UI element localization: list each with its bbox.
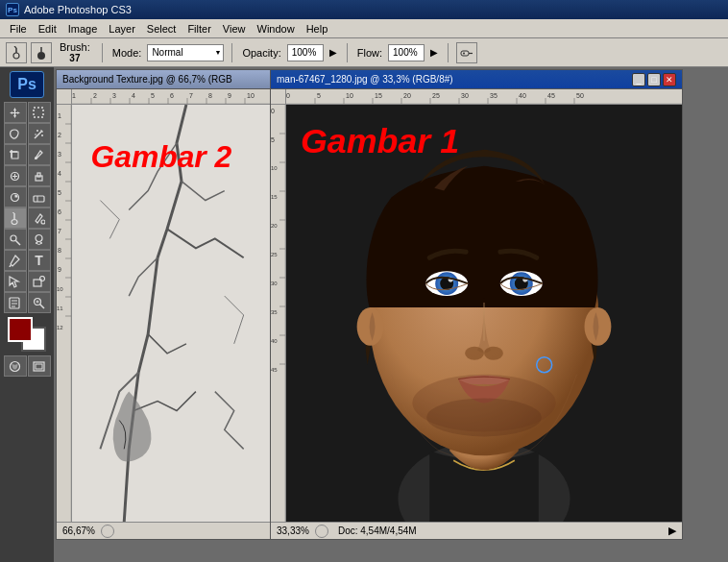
svg-rect-25 [34,196,44,202]
svg-text:30: 30 [461,92,469,99]
ruler-v-2: 0 5 10 15 20 25 30 35 40 [271,105,286,522]
status-arrow-portrait[interactable]: ▶ [668,525,676,537]
svg-text:5: 5 [271,136,275,143]
tool-row-5 [4,186,51,208]
flow-arrow[interactable]: ▶ [430,47,438,58]
shape-tool[interactable] [28,271,51,292]
svg-text:0: 0 [286,92,290,99]
move-tool[interactable] [4,102,27,123]
pen-tool[interactable] [4,250,27,271]
direct-select-tool[interactable] [4,271,27,292]
svg-text:Gambar 1: Gambar 1 [301,122,459,160]
menu-select[interactable]: Select [141,21,182,37]
magic-wand[interactable] [28,123,51,144]
svg-rect-17 [12,152,18,159]
paint-bucket-tool[interactable] [28,208,51,229]
svg-text:40: 40 [519,92,526,99]
menu-help[interactable]: Help [301,21,334,37]
airbrush-btn[interactable] [456,42,477,63]
brush-tool[interactable] [4,208,27,229]
dodge-tool[interactable] [4,229,27,250]
main-area: Ps [0,67,728,562]
screen-mode-btn[interactable] [28,355,51,377]
menu-edit[interactable]: Edit [33,21,62,37]
doc-content-portrait: Gambar 1 [286,105,682,522]
zoom-tool[interactable] [28,292,51,313]
svg-text:1: 1 [72,92,76,99]
svg-text:0: 0 [271,108,275,114]
flow-label: Flow: [357,47,382,59]
eraser-tool[interactable] [28,186,51,208]
mode-dropdown[interactable]: Normal [147,44,224,61]
doc-titlebar-portrait[interactable]: man-67467_1280.jpg @ 33,3% (RGB/8#) _ □ … [271,70,682,89]
svg-point-14 [35,134,36,135]
history-tool[interactable] [4,186,27,208]
sep2 [231,43,232,62]
blur-tool[interactable] [28,229,51,250]
menu-file[interactable]: File [4,21,33,37]
opacity-arrow[interactable]: ▶ [329,47,337,58]
sep3 [347,43,348,62]
doc-title-texture: Background Texture.jpg @ 66,7% (RGB [62,74,232,85]
doc-minimize-btn[interactable]: _ [632,73,645,86]
menu-layer[interactable]: Layer [103,21,141,37]
svg-point-27 [12,219,17,224]
svg-point-33 [36,234,42,241]
svg-line-29 [12,212,14,213]
sep1 [102,43,103,62]
menu-image[interactable]: Image [62,21,104,37]
svg-text:4: 4 [58,170,61,177]
text-tool[interactable]: T [28,250,51,271]
doc-close-btn[interactable]: ✕ [663,73,676,86]
svg-text:10: 10 [346,92,353,99]
note-tool[interactable] [4,292,27,313]
svg-point-13 [41,134,43,136]
menu-window[interactable]: Window [252,21,301,37]
eyedropper-tool[interactable] [28,144,51,165]
svg-point-149 [465,347,484,360]
svg-point-7 [463,52,465,54]
tool-row-4 [4,165,51,186]
svg-text:35: 35 [490,92,497,99]
svg-text:45: 45 [547,92,555,99]
svg-text:30: 30 [271,281,278,286]
doc-titlebar-texture[interactable]: Background Texture.jpg @ 66,7% (RGB [57,70,276,89]
brush-tool-btn[interactable] [6,42,27,63]
svg-text:10: 10 [57,286,63,292]
flow-input[interactable]: 100% [388,44,425,61]
color-boxes[interactable] [8,317,46,352]
doc-maximize-btn[interactable]: □ [647,73,661,86]
tool-row-3 [4,144,51,165]
foreground-color[interactable] [8,317,33,342]
ruler-corner-1 [57,89,72,105]
sep4 [448,43,449,62]
ruler-corner-2 [271,89,286,105]
doc-window-texture[interactable]: Background Texture.jpg @ 66,7% (RGB 1 2 … [56,69,277,540]
svg-text:25: 25 [432,92,440,99]
svg-text:15: 15 [375,92,382,99]
svg-line-43 [40,304,45,308]
svg-point-37 [40,276,45,281]
menu-filter[interactable]: Filter [182,21,216,37]
svg-text:11: 11 [57,305,63,311]
menu-view[interactable]: View [217,21,252,37]
svg-point-3 [37,52,45,60]
doc-window-portrait[interactable]: man-67467_1280.jpg @ 33,3% (RGB/8#) _ □ … [270,69,683,540]
svg-text:7: 7 [189,92,193,99]
tool-row-9 [4,271,51,292]
tool-row-mask [4,355,51,377]
doc-title-portrait: man-67467_1280.jpg @ 33,3% (RGB/8#) [277,74,453,85]
svg-text:7: 7 [58,228,61,234]
stamp-tool[interactable] [28,165,51,186]
lasso-tool[interactable] [4,123,27,144]
svg-point-150 [484,347,503,360]
crop-tool[interactable] [4,144,27,165]
brush-size-btn[interactable] [31,42,52,63]
opacity-input[interactable]: 100% [287,44,324,61]
selection-tool[interactable] [28,102,51,123]
mode-label: Mode: [112,47,142,59]
zoom-level-texture: 66,67% [62,525,95,536]
healing-tool[interactable] [4,165,27,186]
ruler-h-2: 0 5 10 15 20 25 30 35 40 [286,89,682,105]
quick-mask-btn[interactable] [4,355,27,377]
